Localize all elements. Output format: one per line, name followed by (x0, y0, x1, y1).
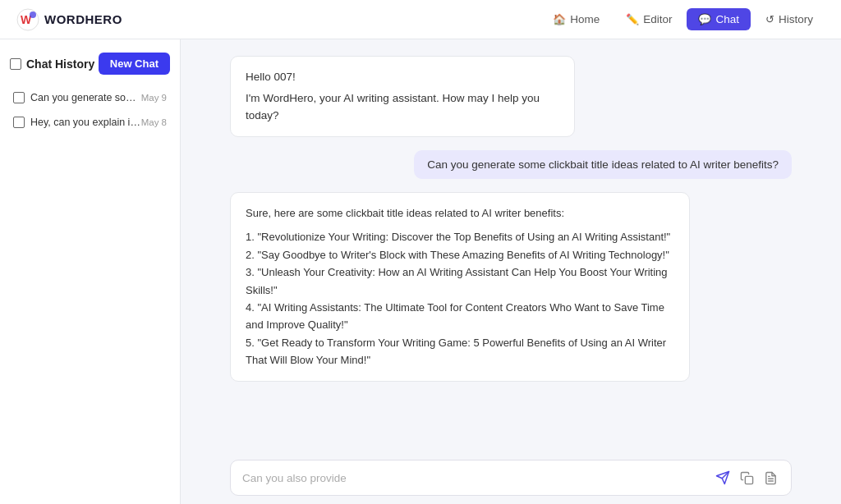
nav-editor-label: Editor (643, 13, 672, 25)
nav-history-label: History (779, 13, 813, 25)
bot-greeting-bubble: Hello 007! I'm WordHero, your AI writing… (230, 56, 575, 137)
document-button[interactable] (762, 470, 779, 487)
select-all-checkbox[interactable] (10, 58, 21, 70)
chat-input-bar (230, 460, 792, 496)
history-item-date-0: May 9 (141, 93, 167, 103)
bot-response-bubble: Sure, here are some clickbait title idea… (230, 192, 690, 382)
sidebar-header: Chat History New Chat (10, 53, 170, 75)
logo-text: WORDHERO (44, 12, 122, 26)
logo-icon: W (16, 8, 39, 31)
logo: W WORDHERO (16, 8, 122, 31)
response-item-4: 5. "Get Ready to Transform Your Writing … (246, 334, 674, 369)
nav-editor[interactable]: ✏️ Editor (614, 8, 683, 30)
user-message-bubble: Can you generate some clickbait title id… (414, 150, 792, 179)
sidebar-title-row: Chat History (10, 57, 94, 71)
svg-point-2 (30, 11, 36, 18)
chat-messages: Hello 007! I'm WordHero, your AI writing… (230, 56, 792, 450)
greeting-line: Hello 007! (246, 68, 559, 86)
main-layout: Chat History New Chat Can you generate s… (0, 39, 841, 504)
history-item-checkbox-1[interactable] (13, 117, 25, 128)
chat-area: Hello 007! I'm WordHero, your AI writing… (181, 39, 841, 504)
home-icon: 🏠 (553, 13, 566, 25)
new-chat-button[interactable]: New Chat (99, 53, 170, 75)
nav-links: 🏠 Home ✏️ Editor 💬 Chat ↺ History (541, 8, 825, 30)
nav-chat-label: Chat (715, 13, 739, 25)
topnav: W WORDHERO 🏠 Home ✏️ Editor 💬 Chat ↺ His… (0, 0, 841, 39)
chat-input[interactable] (242, 472, 707, 484)
chat-history-list: Can you generate some clickbait... May 9… (10, 86, 170, 134)
response-item-0: 1. "Revolutionize Your Writing: Discover… (246, 228, 674, 245)
sidebar-title: Chat History (26, 57, 94, 71)
response-item-1: 2. "Say Goodbye to Writer's Block with T… (246, 246, 674, 263)
send-button[interactable] (714, 469, 732, 487)
nav-home[interactable]: 🏠 Home (541, 8, 611, 30)
editor-icon: ✏️ (626, 13, 639, 25)
history-item[interactable]: Can you generate some clickbait... May 9 (10, 86, 170, 109)
copy-icon (740, 471, 754, 485)
sidebar: Chat History New Chat Can you generate s… (0, 39, 181, 504)
response-item-2: 3. "Unleash Your Creativity: How an AI W… (246, 263, 674, 299)
history-icon: ↺ (765, 13, 774, 25)
response-item-3: 4. "AI Writing Assistants: The Ultimate … (246, 299, 674, 334)
nav-chat[interactable]: 💬 Chat (687, 8, 751, 30)
nav-history[interactable]: ↺ History (754, 8, 825, 30)
history-item-left: Can you generate some clickbait... (13, 92, 141, 103)
history-item-left: Hey, can you explain in detail... (13, 117, 141, 128)
response-intro: Sure, here are some clickbait title idea… (246, 204, 674, 222)
copy-button[interactable] (738, 470, 756, 487)
send-icon (715, 470, 730, 485)
history-item[interactable]: Hey, can you explain in detail... May 8 (10, 111, 170, 134)
history-item-text-0: Can you generate some clickbait... (30, 92, 141, 103)
history-item-date-1: May 8 (141, 117, 167, 127)
document-icon (764, 471, 778, 485)
svg-rect-5 (745, 476, 752, 483)
greeting-sub: I'm WordHero, your AI writing assistant.… (246, 89, 559, 125)
nav-home-label: Home (570, 13, 600, 25)
chat-icon: 💬 (698, 13, 711, 25)
history-item-checkbox-0[interactable] (13, 92, 25, 103)
history-item-text-1: Hey, can you explain in detail... (30, 117, 141, 128)
